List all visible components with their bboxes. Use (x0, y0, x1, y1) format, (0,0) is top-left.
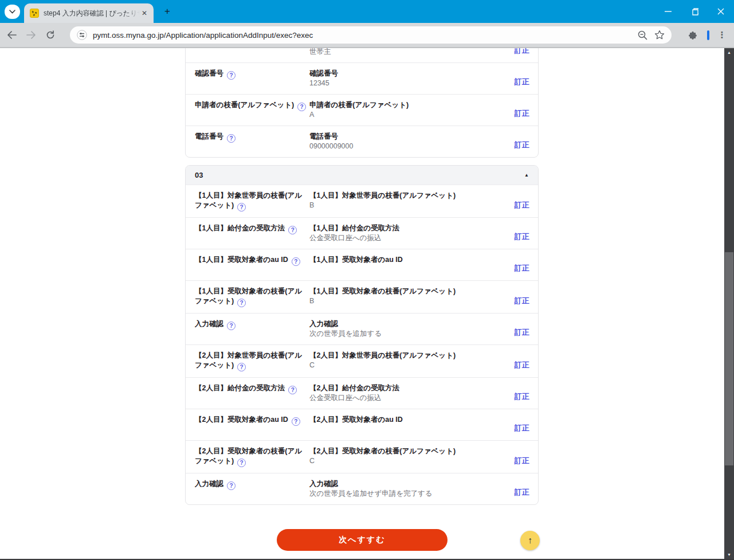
section-header[interactable]: 03 ▲ (186, 166, 538, 185)
vertical-scrollbar[interactable]: ▲ ▼ (724, 48, 734, 560)
correct-link[interactable]: 訂正 (515, 200, 529, 210)
correct-link[interactable]: 訂正 (515, 327, 529, 338)
correct-link[interactable]: 訂正 (515, 391, 529, 402)
help-icon[interactable]: ? (288, 226, 297, 234)
card-1-rows: 世帯主 訂正 確認番号? 確認番号 12345 訂正 申請者の枝番(アルファベッ… (186, 48, 538, 157)
field-value-label: 【1人目】給付金の受取方法 (309, 224, 515, 233)
maximize-button[interactable] (681, 0, 708, 23)
field-value-label: 確認番号 (309, 69, 515, 79)
correct-link[interactable]: 訂正 (515, 456, 529, 466)
help-icon[interactable]: ? (297, 103, 306, 111)
close-window-button[interactable] (708, 0, 734, 23)
zoom-out-icon[interactable] (636, 29, 649, 41)
scrollbar-thumb[interactable] (725, 252, 733, 465)
collapse-caret-icon[interactable]: ▲ (524, 173, 529, 178)
correct-link[interactable]: 訂正 (515, 77, 529, 87)
confirm-row: 入力確認? 入力確認 次の世帯員を追加する 訂正 (186, 313, 538, 344)
help-icon[interactable]: ? (227, 481, 235, 490)
field-value-block: 【2人目】対象世帯員の枝番(アルファベット) C (307, 351, 515, 371)
help-icon[interactable]: ? (237, 203, 246, 212)
correct-link[interactable]: 訂正 (515, 263, 529, 273)
field-value-label: 【1人目】受取対象者の枝番(アルファベット) (309, 287, 515, 296)
confirm-row: 電話番号? 電話番号 09000009000 訂正 (186, 126, 538, 157)
correct-link[interactable]: 訂正 (515, 108, 529, 119)
browser-tab[interactable]: step4 入力内容確認 | ぴったりサ ✕ (24, 3, 154, 23)
window-controls (655, 0, 734, 23)
field-value-block: 【2人目】給付金の受取方法 公金受取口座への振込 (307, 383, 515, 403)
confirm-row: 確認番号? 確認番号 12345 訂正 (186, 62, 538, 94)
field-value (309, 265, 515, 275)
help-icon[interactable]: ? (237, 363, 246, 371)
card-2-rows: 【1人目】対象世帯員の枝番(アルファベット)? 【1人目】対象世帯員の枝番(アル… (186, 185, 538, 504)
field-label: 【1人目】受取対象者のau ID? (195, 255, 307, 275)
forward-arrow-icon (26, 31, 36, 39)
field-value-block: 【1人目】受取対象者のau ID (307, 255, 515, 275)
correct-link[interactable]: 訂正 (515, 296, 529, 306)
confirmation-card-2: 03 ▲ 【1人目】対象世帯員の枝番(アルファベット)? 【1人目】対象世帯員の… (185, 165, 539, 505)
new-tab-button[interactable]: + (162, 6, 172, 17)
field-value-label: 電話番号 (309, 132, 515, 142)
help-icon[interactable]: ? (227, 134, 235, 143)
forward-button[interactable] (23, 27, 39, 43)
help-icon[interactable]: ? (227, 322, 235, 330)
minimize-button[interactable] (655, 0, 681, 23)
help-icon[interactable]: ? (288, 386, 297, 394)
confirm-row: 【2人目】受取対象者のau ID? 【2人目】受取対象者のau ID 訂正 (186, 409, 538, 440)
correct-link[interactable]: 訂正 (515, 487, 529, 498)
help-icon[interactable]: ? (292, 257, 300, 266)
browser-menu-icon[interactable]: ⋮ (715, 28, 729, 42)
address-bar[interactable]: pymt.oss.myna.go.jp/Application/applicat… (70, 26, 672, 44)
field-value-block: 確認番号 12345 (307, 69, 515, 88)
field-value-block: 入力確認 次の世帯員を追加せず申請を完了する (307, 479, 515, 499)
field-value-block: 入力確認 次の世帯員を追加する (307, 319, 515, 339)
confirm-row: 【1人目】受取対象者の枝番(アルファベット)? 【1人目】受取対象者の枝番(アル… (186, 280, 538, 313)
scrollbar-down-button[interactable]: ▼ (724, 550, 734, 559)
back-button[interactable] (3, 27, 19, 43)
confirm-row: 【2人目】受取対象者の枝番(アルファベット)? 【2人目】受取対象者の枝番(アル… (186, 440, 538, 473)
field-value-block: 申請者の枝番(アルファベット) A (307, 100, 515, 120)
field-label: 入力確認? (195, 479, 307, 499)
field-value-label: 【2人目】対象世帯員の枝番(アルファベット) (309, 351, 515, 361)
correct-link[interactable]: 訂正 (515, 232, 529, 242)
scrollbar-up-button[interactable]: ▲ (724, 48, 734, 57)
minimize-icon (665, 11, 672, 12)
help-icon[interactable]: ? (227, 71, 235, 80)
field-label: 【2人目】給付金の受取方法? (195, 383, 307, 403)
field-value: A (309, 110, 515, 120)
help-icon[interactable]: ? (292, 417, 300, 426)
confirm-row: 【2人目】対象世帯員の枝番(アルファベット)? 【2人目】対象世帯員の枝番(アル… (186, 344, 538, 377)
field-label: 【1人目】対象世帯員の枝番(アルファベット)? (195, 191, 307, 212)
confirm-row: 申請者の枝番(アルファベット)? 申請者の枝番(アルファベット) A 訂正 (186, 94, 538, 126)
field-label: 【2人目】受取対象者の枝番(アルファベット)? (195, 447, 307, 467)
help-icon[interactable]: ? (237, 459, 246, 467)
section-title: 03 (195, 171, 203, 179)
field-value: 次の世帯員を追加せず申請を完了する (309, 489, 515, 499)
scroll-to-top-button[interactable]: ↑ (520, 531, 540, 550)
url-text[interactable]: pymt.oss.myna.go.jp/Application/applicat… (93, 31, 631, 40)
correct-link[interactable]: 訂正 (515, 360, 529, 370)
field-value-label: 【2人目】受取対象者の枝番(アルファベット) (309, 447, 515, 456)
correct-link[interactable]: 訂正 (515, 423, 529, 433)
field-value-label: 【2人目】給付金の受取方法 (309, 383, 515, 393)
next-button[interactable]: 次へすすむ (277, 529, 448, 551)
field-value: C (309, 361, 515, 370)
bookmark-star-icon[interactable] (653, 29, 666, 41)
extensions-puzzle-icon[interactable] (685, 28, 700, 42)
site-favicon (30, 9, 39, 18)
reload-button[interactable] (42, 27, 58, 43)
correct-link[interactable]: 訂正 (515, 48, 529, 56)
field-value-label: 【1人目】受取対象者のau ID (309, 255, 515, 265)
tab-search-button[interactable] (5, 5, 20, 19)
help-icon[interactable]: ? (237, 299, 246, 307)
field-value-label: 【2人目】受取対象者のau ID (309, 415, 515, 425)
chevron-down-icon (9, 10, 15, 14)
field-value: B (309, 296, 515, 306)
correct-link[interactable]: 訂正 (515, 140, 529, 150)
field-value (309, 425, 515, 434)
site-info-icon[interactable] (77, 30, 87, 40)
tab-close-icon[interactable]: ✕ (140, 9, 149, 18)
back-arrow-icon (7, 31, 17, 39)
field-value: 公金受取口座への振込 (309, 393, 515, 403)
field-value: 公金受取口座への振込 (309, 233, 515, 243)
tab-group-indicator[interactable] (707, 30, 709, 40)
